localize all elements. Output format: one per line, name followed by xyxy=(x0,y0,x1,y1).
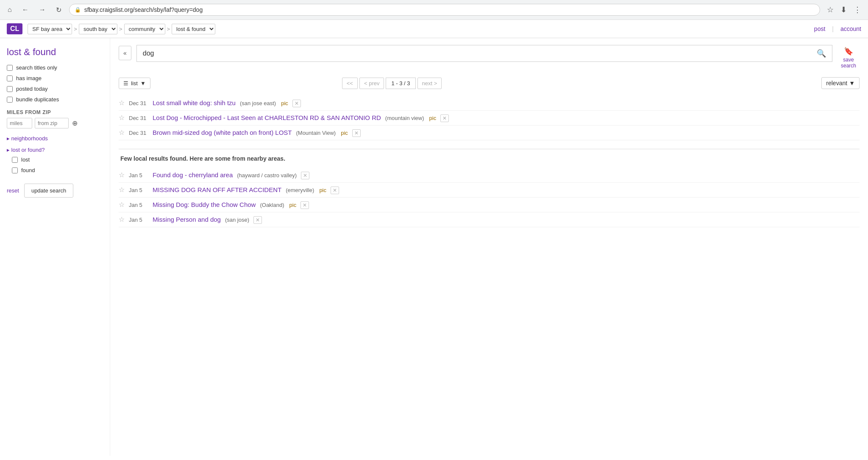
has-image-label[interactable]: has image xyxy=(16,75,42,81)
bundle-dupes-label[interactable]: bundle duplicates xyxy=(16,96,59,103)
has-image-checkbox[interactable] xyxy=(7,75,13,81)
result-hide-button[interactable]: ✕ xyxy=(440,114,449,122)
main-layout: lost & found search titles only has imag… xyxy=(0,38,868,456)
zip-input[interactable] xyxy=(35,118,69,128)
star-button[interactable]: ☆ xyxy=(119,114,125,122)
miles-input[interactable] xyxy=(7,118,32,128)
breadcrumb-sep-1: > xyxy=(74,26,77,32)
refresh-button[interactable]: ↻ xyxy=(53,4,64,16)
search-button[interactable]: 🔍 xyxy=(811,45,832,62)
subcategory-select[interactable]: lost & found xyxy=(172,24,215,34)
pagination: << < prev 1 - 3 / 3 next > xyxy=(342,78,442,89)
search-titles-checkbox[interactable] xyxy=(7,65,13,71)
filter-has-image: has image xyxy=(7,75,103,81)
result-hide-button[interactable]: ✕ xyxy=(253,216,262,224)
list-chevron-icon: ▼ xyxy=(140,80,146,86)
neighborhoods-link[interactable]: ▸ neighborhoods xyxy=(7,135,103,142)
lost-label[interactable]: lost xyxy=(21,156,30,163)
next-page-button[interactable]: next > xyxy=(417,78,442,89)
result-hide-button[interactable]: ✕ xyxy=(300,201,309,209)
area-select[interactable]: south bay xyxy=(79,24,117,34)
cl-navbar: CL SF bay area > south bay > community >… xyxy=(0,20,868,38)
result-hide-button[interactable]: ✕ xyxy=(331,187,339,194)
table-row: ☆ Dec 31 Lost Dog - Microchipped - Last … xyxy=(119,111,860,125)
result-title-link[interactable]: Lost small white dog: shih tzu xyxy=(153,99,236,106)
save-search-button[interactable]: 🔖 savesearch xyxy=(837,45,860,70)
address-bar[interactable]: 🔒 xyxy=(69,4,820,16)
star-button[interactable]: ☆ xyxy=(119,171,125,179)
result-pic-link[interactable]: pic xyxy=(319,187,326,193)
reset-link[interactable]: reset xyxy=(7,187,19,194)
bookmark-button[interactable]: ☆ xyxy=(825,3,835,16)
region-select[interactable]: SF bay area xyxy=(28,24,72,34)
back-button[interactable]: ← xyxy=(19,4,31,15)
found-label[interactable]: found xyxy=(21,167,35,173)
result-pic-link[interactable]: pic xyxy=(289,202,297,208)
menu-button[interactable]: ⋮ xyxy=(852,3,863,16)
result-hide-button[interactable]: ✕ xyxy=(352,129,361,137)
collapse-sidebar-button[interactable]: « xyxy=(119,46,131,60)
sidebar-actions: reset update search xyxy=(7,184,103,198)
sidebar: lost & found search titles only has imag… xyxy=(0,38,110,456)
result-pic-link[interactable]: pic xyxy=(281,100,288,106)
result-date: Dec 31 xyxy=(129,100,148,106)
result-location: (hayward / castro valley) xyxy=(237,172,297,178)
result-date: Jan 5 xyxy=(129,172,148,178)
star-button[interactable]: ☆ xyxy=(119,186,125,194)
post-link[interactable]: post xyxy=(814,25,825,32)
miles-inputs: ⊕ xyxy=(7,118,103,128)
result-date: Jan 5 xyxy=(129,187,148,193)
lost-checkbox[interactable] xyxy=(12,157,18,163)
download-button[interactable]: ⬇ xyxy=(839,3,849,16)
list-dropdown[interactable]: ☰ list ▼ xyxy=(119,78,150,89)
star-button[interactable]: ☆ xyxy=(119,201,125,209)
main-content: « 🔍 🔖 savesearch ☰ list ▼ << < prev xyxy=(110,38,868,456)
star-button[interactable]: ☆ xyxy=(119,215,125,223)
result-hide-button[interactable]: ✕ xyxy=(301,172,309,179)
cl-logo[interactable]: CL xyxy=(7,23,22,34)
result-title-link[interactable]: Missing Dog: Buddy the Chow Chow xyxy=(153,201,256,208)
update-search-button[interactable]: update search xyxy=(24,184,73,198)
breadcrumb-sep-2: > xyxy=(119,26,122,32)
result-title-link[interactable]: Missing Person and dog xyxy=(153,216,221,223)
category-select[interactable]: community xyxy=(124,24,165,34)
home-button[interactable]: ⌂ xyxy=(5,4,14,15)
lost-or-found-link[interactable]: ▸ lost or found? xyxy=(7,147,103,153)
account-link[interactable]: account xyxy=(840,25,861,32)
result-location: (Mountain View) xyxy=(296,130,336,136)
posted-today-label[interactable]: posted today xyxy=(16,86,47,92)
result-pic-link[interactable]: pic xyxy=(429,115,437,121)
search-input[interactable] xyxy=(136,45,811,62)
star-button[interactable]: ☆ xyxy=(119,99,125,107)
nearby-message: Few local results found. Here are some f… xyxy=(119,155,860,162)
result-date: Jan 5 xyxy=(129,217,148,223)
sort-dropdown[interactable]: relevant ▼ xyxy=(821,77,860,89)
sort-label: relevant xyxy=(826,80,847,86)
first-page-button[interactable]: << xyxy=(342,78,358,89)
bookmark-icon: 🔖 xyxy=(844,47,853,56)
result-title-link[interactable]: Found dog - cherryland area xyxy=(153,171,233,178)
result-location: (mountain view) xyxy=(385,115,424,121)
search-titles-label[interactable]: search titles only xyxy=(16,64,57,71)
url-input[interactable] xyxy=(84,6,815,13)
prev-page-button[interactable]: < prev xyxy=(359,78,384,89)
star-button[interactable]: ☆ xyxy=(119,128,125,137)
sidebar-title: lost & found xyxy=(7,47,103,58)
result-location: (emeryville) xyxy=(286,187,314,193)
nearby-results: ☆ Jan 5 Found dog - cherryland area (hay… xyxy=(119,168,860,227)
found-checkbox[interactable] xyxy=(12,167,18,173)
bundle-dupes-checkbox[interactable] xyxy=(7,97,13,103)
table-row: ☆ Jan 5 Missing Person and dog (san jose… xyxy=(119,212,860,227)
nav-right: post | account xyxy=(814,25,861,32)
result-title-link[interactable]: MISSING DOG RAN OFF AFTER ACCIDENT xyxy=(153,186,281,193)
posted-today-checkbox[interactable] xyxy=(7,86,13,92)
nav-sep: | xyxy=(832,25,834,32)
forward-button[interactable]: → xyxy=(36,4,48,15)
result-pic-link[interactable]: pic xyxy=(341,130,348,136)
result-hide-button[interactable]: ✕ xyxy=(292,100,301,107)
nearby-separator xyxy=(119,149,860,149)
result-location: (Oakland) xyxy=(260,202,284,208)
result-title-link[interactable]: Brown mid-sized dog (white patch on fron… xyxy=(153,129,292,136)
gps-button[interactable]: ⊕ xyxy=(71,118,78,128)
result-title-link[interactable]: Lost Dog - Microchipped - Last Seen at C… xyxy=(153,114,381,121)
